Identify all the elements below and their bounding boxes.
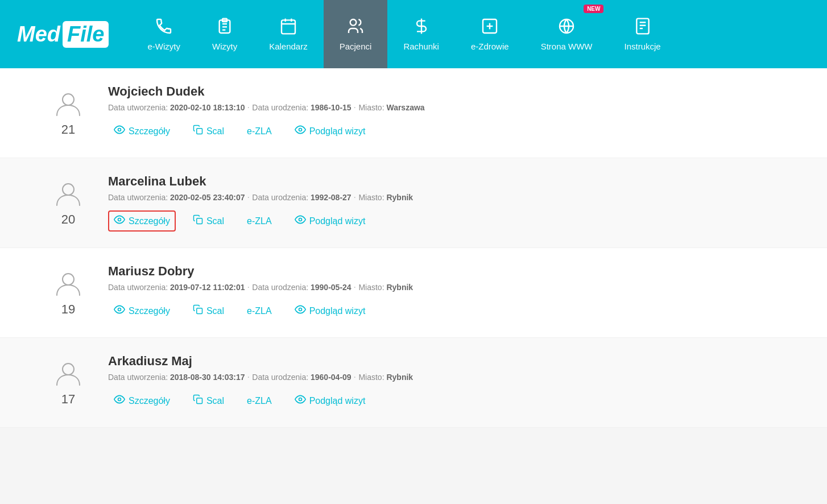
nav-item-e-wizyty[interactable]: e-Wizyty xyxy=(131,0,196,68)
people-icon xyxy=(346,17,365,38)
action-label: Podgląd wizyt xyxy=(309,396,366,406)
calendar-icon xyxy=(279,17,297,38)
nav-label-wizyty: Wizyty xyxy=(212,42,237,51)
patient-number: 20 xyxy=(61,212,75,227)
logo-file-text: File xyxy=(67,22,104,46)
patient-info: Arkadiusz Maj Data utworzenia: 2018-08-3… xyxy=(108,354,781,411)
patient-actions: SzczegółyScale-ZLAPodgląd wizyt xyxy=(108,121,781,142)
patient-row: 21 Wojciech Dudek Data utworzenia: 2020-… xyxy=(0,68,827,158)
patient-row: 17 Arkadiusz Maj Data utworzenia: 2018-0… xyxy=(0,338,827,428)
patient-meta: Data utworzenia: 2020-02-05 23:40:07 · D… xyxy=(108,192,781,203)
action-podglad-wizyt-btn[interactable]: Podgląd wizyt xyxy=(289,300,371,321)
patient-info: Wojciech Dudek Data utworzenia: 2020-02-… xyxy=(108,84,781,142)
copy-action-icon xyxy=(193,304,203,317)
nav-item-kalendarz[interactable]: Kalendarz xyxy=(253,0,324,68)
action-scal-btn[interactable]: Scal xyxy=(187,301,230,321)
action-label: e-ZLA xyxy=(247,306,272,316)
copy-action-icon xyxy=(193,125,203,138)
action-label: e-ZLA xyxy=(247,126,272,137)
patient-avatar: 17 xyxy=(46,359,91,407)
nav-item-wizyty[interactable]: Wizyty xyxy=(196,0,253,68)
svg-point-30 xyxy=(299,308,301,311)
svg-point-27 xyxy=(63,274,74,285)
nav-label-instrukcje: Instrukcje xyxy=(624,42,660,51)
action-label: Podgląd wizyt xyxy=(309,126,366,137)
action-label: Szczegóły xyxy=(129,306,170,316)
patient-row: 20 Marcelina Lubek Data utworzenia: 2020… xyxy=(0,158,827,248)
patient-number: 17 xyxy=(61,392,75,407)
nav-item-rachunki[interactable]: Rachunki xyxy=(387,0,455,68)
action-label: e-ZLA xyxy=(247,396,272,406)
app-container: Med File e-Wizyty Wizyty Kalendarz Pacje… xyxy=(0,0,827,428)
nav-item-instrukcje[interactable]: Instrukcje xyxy=(608,0,676,68)
action-label: Scal xyxy=(206,306,224,316)
svg-point-20 xyxy=(118,129,121,131)
action-label: Scal xyxy=(206,396,224,406)
action-label: Podgląd wizyt xyxy=(309,306,366,316)
action-szczegoly-btn[interactable]: Szczegóły xyxy=(108,390,176,411)
action-e-zla-btn[interactable]: e-ZLA xyxy=(241,213,278,230)
svg-rect-33 xyxy=(197,398,202,404)
svg-point-19 xyxy=(63,94,74,105)
svg-point-32 xyxy=(118,398,121,401)
action-podglad-wizyt-btn[interactable]: Podgląd wizyt xyxy=(289,210,371,232)
svg-point-26 xyxy=(299,218,301,221)
header: Med File e-Wizyty Wizyty Kalendarz Pacje… xyxy=(0,0,827,68)
patient-meta: Data utworzenia: 2020-02-10 18:13:10 · D… xyxy=(108,102,781,113)
nav-item-e-zdrowie[interactable]: e-Zdrowie xyxy=(455,0,525,68)
patient-number: 19 xyxy=(61,302,75,317)
patient-row: 19 Mariusz Dobry Data utworzenia: 2019-0… xyxy=(0,248,827,338)
svg-point-28 xyxy=(118,308,121,311)
clipboard-icon xyxy=(216,17,234,38)
action-e-zla-btn[interactable]: e-ZLA xyxy=(241,393,278,410)
action-e-zla-btn[interactable]: e-ZLA xyxy=(241,123,278,140)
action-e-zla-btn[interactable]: e-ZLA xyxy=(241,303,278,320)
nav-label-strona-www: Strona WWW xyxy=(541,42,593,51)
svg-rect-21 xyxy=(197,129,202,134)
action-szczegoly-btn[interactable]: Szczegóły xyxy=(108,210,176,232)
new-badge-strona-www: NEW xyxy=(584,5,603,13)
eye-action-icon xyxy=(295,124,306,138)
patient-name: Arkadiusz Maj xyxy=(108,354,781,369)
medical-plus-icon xyxy=(481,17,499,38)
phone-icon xyxy=(155,17,173,38)
svg-rect-15 xyxy=(636,19,648,34)
svg-point-24 xyxy=(118,218,121,221)
nav-label-e-zdrowie: e-Zdrowie xyxy=(471,42,509,51)
action-szczegoly-btn[interactable]: Szczegóły xyxy=(108,300,176,321)
action-scal-btn[interactable]: Scal xyxy=(187,211,230,231)
patient-avatar: 21 xyxy=(46,89,91,137)
nav-item-strona-www[interactable]: Strona WWW NEW xyxy=(525,0,609,68)
patient-actions: SzczegółyScale-ZLAPodgląd wizyt xyxy=(108,390,781,411)
patient-meta: Data utworzenia: 2018-08-30 14:03:17 · D… xyxy=(108,372,781,382)
action-scal-btn[interactable]: Scal xyxy=(187,121,230,141)
action-podglad-wizyt-btn[interactable]: Podgląd wizyt xyxy=(289,390,371,411)
action-scal-btn[interactable]: Scal xyxy=(187,391,230,411)
main-nav: e-Wizyty Wizyty Kalendarz Pacjenci Rachu… xyxy=(131,0,810,68)
eye-action-icon xyxy=(114,214,125,228)
nav-item-pacjenci[interactable]: Pacjenci xyxy=(324,0,388,68)
eye-action-icon xyxy=(114,124,125,138)
eye-action-icon xyxy=(295,214,306,228)
action-label: Podgląd wizyt xyxy=(309,216,366,226)
action-label: Szczegóły xyxy=(129,216,170,226)
eye-action-icon xyxy=(114,304,125,318)
patient-meta: Data utworzenia: 2019-07-12 11:02:01 · D… xyxy=(108,282,781,292)
svg-point-22 xyxy=(299,129,301,131)
action-label: Scal xyxy=(206,216,224,226)
patient-name: Mariusz Dobry xyxy=(108,264,781,279)
svg-point-31 xyxy=(63,363,74,375)
patient-info: Mariusz Dobry Data utworzenia: 2019-07-1… xyxy=(108,264,781,321)
patient-actions: SzczegółyScale-ZLAPodgląd wizyt xyxy=(108,300,781,321)
svg-rect-25 xyxy=(197,218,202,224)
action-label: Scal xyxy=(206,126,224,137)
svg-rect-29 xyxy=(197,308,202,314)
logo-med-text: Med xyxy=(17,22,60,47)
logo[interactable]: Med File xyxy=(17,21,109,48)
nav-label-pacjenci: Pacjenci xyxy=(340,42,372,51)
dollar-icon xyxy=(412,17,431,38)
action-podglad-wizyt-btn[interactable]: Podgląd wizyt xyxy=(289,121,371,142)
patient-name: Marcelina Lubek xyxy=(108,174,781,189)
action-szczegoly-btn[interactable]: Szczegóły xyxy=(108,121,176,142)
patient-avatar: 19 xyxy=(46,269,91,317)
